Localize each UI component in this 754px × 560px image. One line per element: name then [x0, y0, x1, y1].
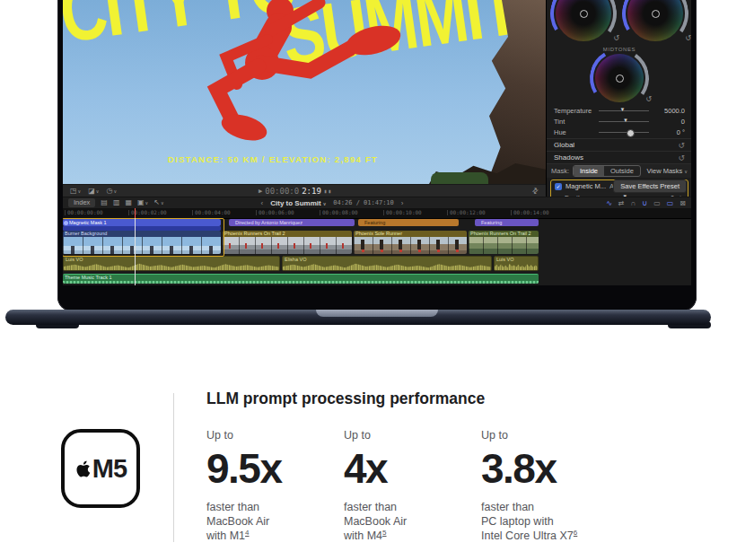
playhead[interactable] — [135, 218, 136, 285]
clip-menu-icon[interactable]: ◳∨ — [70, 188, 81, 195]
video-clip-filmstrip — [63, 237, 221, 254]
stat-upto: Up to — [481, 429, 618, 442]
tint-row: Tint ▼ 0 — [554, 116, 685, 127]
runner-silhouette — [126, 0, 422, 163]
hue-dial[interactable] — [599, 132, 649, 133]
monitor-icon[interactable]: ▭ — [667, 199, 674, 207]
tint-value[interactable]: 0 — [658, 118, 685, 126]
video-clip-label: Phoenix Runners On Trail 2 — [223, 231, 352, 237]
shadows-color-wheel[interactable]: ↺ — [556, 0, 611, 41]
laptop-screen: CITY TO SUMMIT — [57, 0, 697, 311]
hue-value[interactable]: 0 ° — [658, 128, 685, 136]
title-clip[interactable]: Featuring — [358, 219, 459, 226]
tools-icon[interactable]: ◪∨ — [88, 188, 99, 195]
stats-heading: LLM prompt processing performance — [206, 389, 727, 408]
stat-description: faster than MacBook Air with M45 — [344, 500, 481, 543]
stat-value: 4x — [344, 448, 481, 489]
temperature-label: Temperature — [554, 107, 599, 115]
temperature-slider[interactable]: ▼ — [599, 110, 649, 111]
project-navigator: ‹ City to Summit∨ 04:26 / 01:47:10 › — [197, 199, 467, 207]
shadows-section[interactable]: Shadows ↺ — [547, 151, 691, 163]
bush — [431, 172, 488, 184]
timeline-index-icon[interactable]: ⊠ — [679, 199, 686, 207]
footnote-link[interactable]: 4 — [245, 529, 249, 537]
mask-bar: Mask: Inside Outside View Masks∨ — [547, 163, 691, 178]
highlights-color-wheel[interactable]: ↺ — [627, 0, 683, 41]
footnote-link[interactable]: 5 — [382, 529, 386, 537]
play-icon[interactable]: ▶ — [259, 188, 262, 195]
stat-value: 9.5x — [206, 448, 344, 489]
global-section[interactable]: Global ↺ — [547, 138, 691, 151]
reset-icon[interactable]: ↺ — [613, 34, 619, 42]
tint-slider[interactable]: ▼ — [599, 121, 649, 122]
audio-clip[interactable]: Luis VO — [63, 256, 280, 271]
playhead-ruler[interactable] — [135, 208, 136, 218]
midtones-color-wheel[interactable]: ↺ — [595, 54, 644, 102]
lock-icon[interactable]: ▣∨ — [137, 199, 148, 206]
reset-icon[interactable]: ↺ — [678, 141, 685, 150]
audio-clip-label: Elisha VO — [283, 257, 491, 263]
mask-clip-icon — [64, 221, 68, 225]
footnote-link[interactable]: 6 — [574, 529, 577, 537]
tint-label: Tint — [554, 118, 599, 126]
ruler-tick: 00:00:08:00 — [320, 210, 358, 215]
video-clip[interactable]: Phoenix Sole Runner — [354, 231, 467, 254]
prev-project-icon[interactable]: ‹ — [261, 199, 264, 207]
reset-icon[interactable]: ↺ — [685, 34, 691, 42]
audio-skimming-icon[interactable]: ⇄ — [618, 199, 625, 207]
reset-icon[interactable]: ↺ — [645, 95, 652, 103]
mask-enabled-checkbox[interactable]: ✓ — [555, 183, 562, 190]
timeline-toolbar: Index ▤ ▥ ▦ ▣∨ ↖∨ ‹ City to Summit∨ 04:2… — [63, 197, 691, 208]
audio-clip-label: Luis VO — [495, 257, 538, 263]
ruler-tick: 00:00:12:00 — [447, 210, 486, 215]
audio-clip[interactable]: Elisha VO — [282, 256, 492, 271]
audio-waveform — [64, 262, 279, 270]
global-label: Global — [554, 141, 574, 149]
video-clip-label: Phoenix Runners On Trail 2 — [469, 231, 539, 237]
section-divider — [173, 393, 174, 542]
title-clip[interactable]: Magnetic Mask 1 — [63, 219, 221, 226]
video-clip-label: Burner Background — [63, 231, 221, 237]
temperature-value[interactable]: 5000.0 — [658, 107, 685, 115]
video-clip-filmstrip — [469, 237, 539, 254]
select-tool-icon[interactable]: ↖∨ — [153, 199, 163, 206]
retime-icon[interactable]: ◷∨ — [106, 188, 117, 195]
reset-icon[interactable]: ↺ — [678, 153, 685, 162]
video-clip[interactable]: Phoenix Runners On Trail 2 — [223, 231, 352, 254]
save-effects-preset-button[interactable]: Save Effects Preset — [613, 179, 687, 193]
stat-upto: Up to — [206, 429, 344, 442]
mask-label: Mask: — [551, 167, 569, 175]
stat-column-1: Up to 9.5x faster than MacBook Air with … — [206, 429, 344, 543]
clip-appearance-icon-3[interactable]: ▦ — [125, 199, 132, 206]
ruler-tick: 00:00:06:00 — [256, 210, 294, 215]
solo-icon[interactable]: ∩ — [631, 199, 636, 207]
video-clip-label: Phoenix Sole Runner — [354, 231, 467, 237]
snapping-icon[interactable]: ∪ — [642, 199, 647, 207]
expand-icon[interactable]: ⇄ — [530, 186, 540, 196]
index-button[interactable]: Index — [68, 198, 95, 207]
audio-clip-label: Luis VO — [64, 257, 279, 263]
mask-outside-button[interactable]: Outside — [604, 166, 640, 176]
stat-description: faster than MacBook Air with M14 — [206, 500, 344, 543]
video-viewer: CITY TO SUMMIT — [63, 0, 546, 184]
project-name-menu[interactable]: City to Summit∨ — [270, 199, 326, 207]
video-clip[interactable]: Phoenix Runners On Trail 2 — [469, 231, 539, 254]
video-clip-filmstrip — [223, 237, 352, 254]
video-clip-filmstrip — [354, 237, 467, 254]
mask-inside-button[interactable]: Inside — [574, 166, 604, 176]
title-clip[interactable]: Featuring — [475, 219, 539, 226]
hue-label: Hue — [554, 128, 599, 136]
title-clip[interactable]: Directed by Antonio Manriquez — [229, 219, 355, 226]
clip-appearance-icon-2[interactable]: ▥ — [113, 199, 120, 206]
mask-name[interactable]: Magnetic M... — [566, 182, 606, 190]
audio-clip[interactable]: Luis VO — [494, 256, 539, 271]
laptop-base — [5, 310, 711, 325]
next-project-icon[interactable]: › — [401, 199, 404, 207]
frame-bars-icon: ▮▮ — [324, 188, 332, 194]
video-clip[interactable]: Burner Background — [63, 231, 221, 254]
ruler-tick: 00:00:04:00 — [192, 210, 231, 215]
timeline-appearance-icon[interactable]: ▭ — [653, 199, 661, 207]
view-masks-menu[interactable]: View Masks∨ — [646, 167, 688, 175]
skimming-icon[interactable]: ∿ — [606, 199, 612, 207]
clip-appearance-icon-1[interactable]: ▤ — [101, 199, 108, 206]
